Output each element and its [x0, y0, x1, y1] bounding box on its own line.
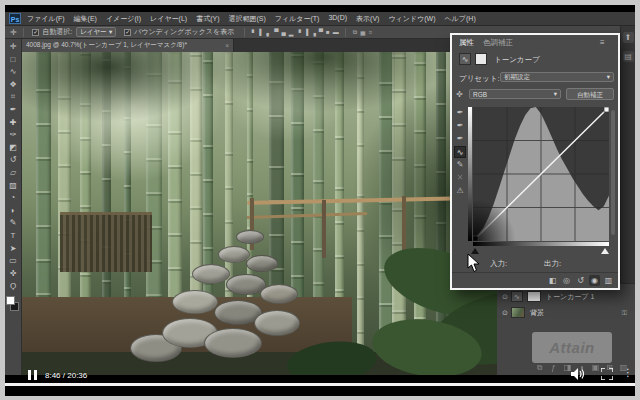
align-icon[interactable]: ▖	[267, 29, 272, 36]
healing-tool-icon[interactable]: ✚	[6, 117, 21, 130]
link-icon[interactable]: ⧉	[534, 362, 545, 373]
preset-dropdown[interactable]: 初期設定▾	[500, 72, 614, 82]
black-point-eyedropper-icon[interactable]: ✒	[454, 107, 466, 119]
align-icon[interactable]: ▝	[296, 29, 301, 36]
align-icon[interactable]: ▗	[311, 29, 316, 36]
align-icon[interactable]: ▬	[333, 29, 339, 36]
reset-icon[interactable]: ↺	[575, 275, 586, 286]
menu-item[interactable]: 編集(E)	[74, 14, 97, 24]
layer-name[interactable]: 背景	[530, 308, 622, 318]
visibility-icon[interactable]: ◉	[589, 275, 600, 286]
pencil-tool-icon[interactable]: ✎	[454, 159, 466, 171]
brush-tool-icon[interactable]: ✑	[6, 129, 21, 142]
type-tool-icon[interactable]: T	[6, 230, 21, 243]
clip-warning-icon[interactable]: ⚠	[454, 185, 466, 197]
hand-tool-icon[interactable]: ✜	[6, 268, 21, 281]
menu-item[interactable]: ヘルプ(H)	[445, 14, 476, 24]
visibility-eye-icon[interactable]: ⊙	[502, 309, 508, 317]
gradient-tool-icon[interactable]: ▨	[6, 180, 21, 193]
smooth-curve-icon[interactable]: ✕	[454, 172, 466, 184]
layer-row-tone-curve[interactable]: ⊙ ∿ トーンカーブ 1	[497, 289, 635, 304]
white-point-eyedropper-icon[interactable]: ✒	[454, 133, 466, 145]
library-dock-icon[interactable]: ▤	[623, 51, 634, 62]
color-swatches[interactable]	[6, 296, 21, 314]
adjustment-title: トーンカーブ	[494, 55, 540, 65]
fence-post	[322, 200, 326, 258]
zoom-tool-icon[interactable]: Ϙ	[6, 280, 21, 293]
video-frame[interactable]: Ps ファイル(F)編集(E)イメージ(I)レイヤー(L)書式(Y)選択範囲(S…	[5, 5, 635, 396]
menu-item[interactable]: 書式(Y)	[196, 14, 219, 24]
foreground-color-swatch[interactable]	[6, 296, 15, 305]
arrange-icon[interactable]: ⧉	[353, 29, 357, 36]
fullscreen-icon[interactable]	[601, 368, 613, 380]
align-icon[interactable]: ▀	[274, 29, 278, 36]
pause-button[interactable]	[28, 370, 38, 380]
align-icon[interactable]: ▄	[281, 29, 285, 36]
curve-target-tool-icon[interactable]: ∿	[454, 146, 466, 158]
align-icon[interactable]: ▀	[319, 29, 323, 36]
highlight-input-slider[interactable]	[601, 248, 609, 254]
curve-point-highlight[interactable]	[604, 107, 609, 112]
previous-state-icon[interactable]: ◎	[561, 275, 572, 286]
effects-icon[interactable]: ƒ	[548, 362, 559, 373]
tab-adjustments[interactable]: 色調補正	[483, 38, 513, 48]
volume-icon[interactable]	[571, 368, 585, 380]
panel-scrollbar[interactable]	[611, 110, 615, 235]
crop-tool-icon[interactable]: ⌗	[6, 91, 21, 104]
blur-tool-icon[interactable]: ◔	[6, 192, 21, 205]
lasso-tool-icon[interactable]: ∿	[6, 66, 21, 79]
progress-bar[interactable]	[5, 383, 635, 386]
close-tab-icon[interactable]: ×	[225, 42, 229, 49]
auto-select-target-dropdown[interactable]: レイヤー▾	[76, 27, 116, 37]
quick-select-tool-icon[interactable]: ❖	[6, 79, 21, 92]
eyedropper-tool-icon[interactable]: ✒	[6, 104, 21, 117]
mask-badge-icon[interactable]	[475, 53, 487, 65]
auto-correct-button[interactable]: 自動補正	[566, 88, 614, 100]
arrange-icon[interactable]: ⌗	[369, 29, 372, 36]
clip-to-layer-icon[interactable]: ◧	[547, 275, 558, 286]
align-icon[interactable]: ■	[326, 29, 330, 36]
menu-item[interactable]: レイヤー(L)	[150, 14, 187, 24]
bounding-box-checkbox[interactable]: ✓	[124, 29, 131, 36]
arrange-icon[interactable]: ▦	[360, 29, 366, 36]
channel-dropdown[interactable]: RGB▾	[469, 89, 561, 99]
menu-item[interactable]: 表示(V)	[356, 14, 379, 24]
visibility-eye-icon[interactable]: ⊙	[502, 293, 508, 301]
menu-item[interactable]: フィルター(T)	[275, 14, 320, 24]
more-options-icon[interactable]: ⋮	[623, 367, 633, 378]
path-select-tool-icon[interactable]: ➤	[6, 243, 21, 256]
clone-stamp-tool-icon[interactable]: ◩	[6, 142, 21, 155]
layer-row-background[interactable]: ⊙ 背景 ⚿	[497, 305, 635, 320]
menu-item[interactable]: ファイル(F)	[27, 14, 65, 24]
photoshop-logo-icon[interactable]: Ps	[9, 13, 21, 24]
shape-tool-icon[interactable]: ▭	[6, 255, 21, 268]
pen-tool-icon[interactable]: ✎	[6, 217, 21, 230]
group-icon[interactable]: ▣	[590, 362, 601, 373]
shadow-corner-overlay	[473, 201, 519, 241]
menu-item[interactable]: 選択範囲(S)	[228, 14, 265, 24]
align-icon[interactable]: ▐	[304, 29, 308, 36]
align-icon[interactable]: ▂	[289, 29, 294, 36]
menu-item[interactable]: 3D(D)	[328, 14, 347, 24]
move-tool-icon[interactable]: ✛	[6, 41, 21, 54]
adjustment-thumbnail[interactable]: ∿	[511, 291, 523, 302]
history-brush-tool-icon[interactable]: ↺	[6, 154, 21, 167]
align-icon[interactable]: ▌	[259, 29, 263, 36]
export-dock-icon[interactable]: ⬆	[623, 32, 634, 43]
auto-select-checkbox[interactable]: ✓	[32, 29, 39, 36]
layer-thumbnail[interactable]	[511, 307, 525, 318]
tab-properties[interactable]: 属性	[459, 38, 474, 48]
dodge-tool-icon[interactable]: ◗	[6, 205, 21, 218]
eraser-tool-icon[interactable]: ▱	[6, 167, 21, 180]
delete-adjustment-icon[interactable]: ▥	[603, 275, 614, 286]
menu-item[interactable]: ウィンドウ(W)	[388, 14, 435, 24]
hand-targeted-icon[interactable]: ✜	[456, 90, 463, 99]
layer-mask-thumbnail[interactable]	[527, 291, 541, 302]
panel-menu-icon[interactable]: ≡	[600, 38, 605, 47]
document-tab[interactable]: 4008.jpg @ 40.7%(トーンカーブ 1, レイヤーマスク/8)* ×	[22, 39, 234, 52]
marquee-tool-icon[interactable]: □	[6, 54, 21, 67]
layer-name[interactable]: トーンカーブ 1	[546, 292, 595, 302]
align-icon[interactable]: ▘	[252, 29, 257, 36]
menu-item[interactable]: イメージ(I)	[106, 14, 141, 24]
gray-point-eyedropper-icon[interactable]: ✒	[454, 120, 466, 132]
